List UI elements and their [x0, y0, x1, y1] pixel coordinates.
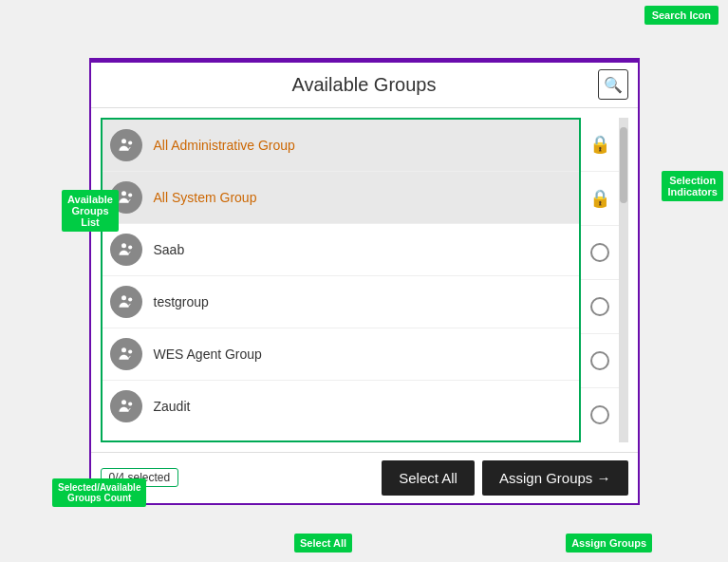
svg-point-7	[128, 297, 132, 301]
modal-body: All Administrative Group All System Grou…	[91, 108, 638, 452]
svg-point-9	[128, 349, 132, 353]
group-name-4: WES Agent Group	[154, 347, 262, 362]
group-icon-5	[110, 390, 142, 422]
svg-point-10	[121, 400, 126, 404]
group-name-5: Zaudit	[154, 399, 191, 414]
group-item-5[interactable]: Zaudit	[103, 381, 579, 432]
selection-indicators-column: 🔒🔒	[581, 118, 619, 442]
svg-point-5	[128, 245, 132, 249]
modal-header: Available Groups 🔍	[91, 63, 638, 108]
search-button[interactable]: 🔍	[598, 69, 628, 100]
group-item-3[interactable]: testgroup	[103, 276, 579, 328]
page-wrapper: Available Groups 🔍 All Administrative Gr…	[0, 0, 728, 562]
radio-circle-3[interactable]	[590, 297, 609, 316]
lock-icon-1: 🔒	[589, 188, 610, 209]
select-all-button[interactable]: Select All	[382, 460, 475, 496]
group-item-4[interactable]: WES Agent Group	[103, 328, 579, 381]
group-icon-4	[110, 338, 142, 370]
available-groups-list[interactable]: All Administrative Group All System Grou…	[101, 118, 581, 442]
group-icon-0	[110, 129, 142, 161]
scrollbar[interactable]	[619, 118, 628, 442]
modal-footer: 0/4 selected Select All Assign Groups →	[91, 452, 638, 503]
group-icon-3	[110, 286, 142, 318]
svg-point-0	[121, 139, 126, 143]
selection-indicator-0: 🔒	[581, 118, 619, 172]
svg-point-6	[121, 295, 126, 300]
annotation-selection-indicators: SelectionIndicators	[662, 171, 723, 201]
modal-container: Available Groups 🔍 All Administrative Gr…	[89, 58, 640, 505]
annotation-selected-count: Selected/AvailableGroups Count	[52, 478, 146, 507]
svg-point-3	[128, 193, 132, 197]
group-item-1[interactable]: All System Group	[103, 172, 579, 224]
assign-groups-button[interactable]: Assign Groups →	[482, 460, 628, 496]
selection-indicator-1: 🔒	[581, 172, 619, 226]
svg-point-11	[128, 402, 132, 405]
annotation-search-icon: Search Icon	[644, 6, 719, 25]
annotation-available-groups-list: AvailableGroupsList	[62, 190, 119, 232]
svg-point-1	[128, 140, 132, 144]
annotation-select-all: Select All	[294, 534, 352, 553]
selection-indicator-5[interactable]	[581, 388, 619, 442]
radio-circle-2[interactable]	[590, 243, 609, 262]
group-icon-2	[110, 234, 142, 266]
group-item-2[interactable]: Saab	[103, 224, 579, 276]
search-icon: 🔍	[604, 76, 623, 94]
modal-title: Available Groups	[292, 74, 437, 96]
scrollbar-thumb	[620, 127, 627, 203]
selection-indicator-2[interactable]	[581, 226, 619, 280]
svg-point-4	[121, 243, 126, 248]
annotation-assign-groups: Assign Groups	[566, 534, 652, 553]
svg-point-8	[121, 347, 126, 352]
svg-point-2	[121, 191, 126, 196]
selection-indicator-3[interactable]	[581, 280, 619, 334]
footer-buttons: Select All Assign Groups →	[382, 460, 627, 496]
group-name-2: Saab	[154, 242, 185, 257]
group-item-0[interactable]: All Administrative Group	[103, 120, 579, 172]
group-name-0: All Administrative Group	[154, 138, 295, 153]
radio-circle-4[interactable]	[590, 351, 609, 370]
group-name-1: All System Group	[154, 190, 257, 205]
lock-icon-0: 🔒	[589, 134, 610, 155]
group-name-3: testgroup	[154, 294, 209, 309]
selection-indicator-4[interactable]	[581, 334, 619, 388]
radio-circle-5[interactable]	[590, 405, 609, 424]
